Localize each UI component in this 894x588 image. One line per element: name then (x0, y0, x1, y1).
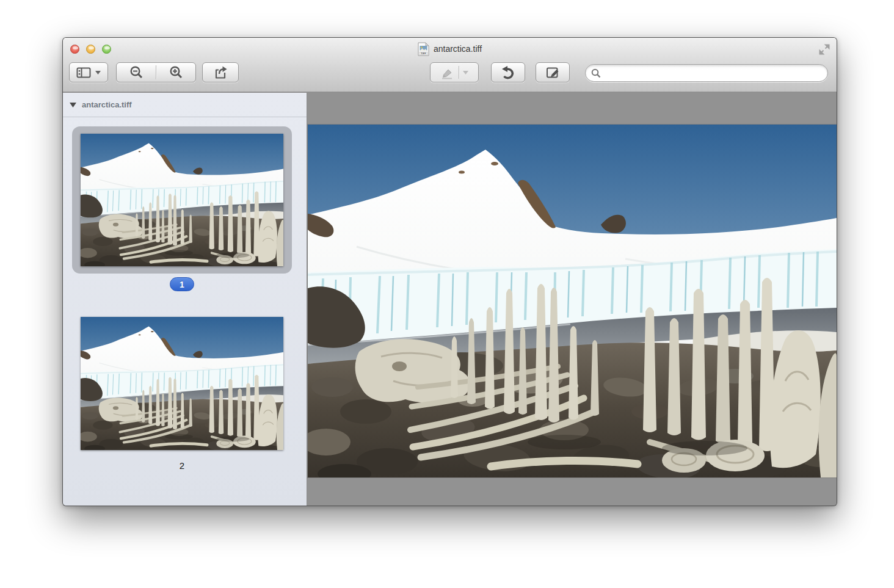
search-icon (591, 68, 601, 78)
share-icon (213, 65, 228, 79)
search-input[interactable] (605, 65, 827, 81)
page-badge: 1 (170, 277, 194, 291)
search-field[interactable] (585, 64, 828, 82)
disclosure-triangle-icon[interactable] (70, 103, 76, 107)
markup-pencil-icon (545, 65, 560, 80)
zoom-out-icon (129, 65, 144, 79)
highlighter-icon (440, 66, 455, 79)
sidebar-panel-icon (76, 67, 91, 78)
main-canvas (307, 93, 837, 506)
rotate-left-button[interactable] (491, 62, 525, 82)
sidebar: antarctica.tiff 1 2 (63, 93, 307, 506)
preview-window: TIFF antarctica.tiff (62, 37, 837, 506)
thumbnail-page-2[interactable] (81, 317, 283, 450)
titlebar: TIFF antarctica.tiff (63, 38, 837, 92)
sidebar-document-title: antarctica.tiff (82, 100, 132, 109)
page-number-label: 2 (81, 460, 283, 471)
zoom-in-button[interactable] (156, 65, 195, 79)
fullscreen-icon[interactable] (818, 43, 830, 56)
window-title: antarctica.tiff (434, 44, 482, 54)
zoom-in-icon (169, 65, 183, 79)
main-image (308, 125, 837, 477)
chevron-down-icon (463, 71, 468, 74)
svg-text:TIFF: TIFF (421, 52, 426, 55)
chevron-down-icon (95, 71, 101, 74)
markup-toolbar-button[interactable] (536, 62, 570, 82)
zoom-segment (116, 62, 196, 82)
tiff-file-icon: TIFF (418, 42, 429, 56)
view-menu-button[interactable] (69, 62, 108, 82)
sidebar-header: antarctica.tiff (63, 93, 307, 117)
rotate-left-icon (501, 65, 515, 80)
thumbnail-page-1[interactable] (81, 134, 283, 266)
highlight-button (430, 62, 479, 82)
zoom-out-button[interactable] (117, 65, 156, 79)
share-button[interactable] (202, 62, 239, 82)
